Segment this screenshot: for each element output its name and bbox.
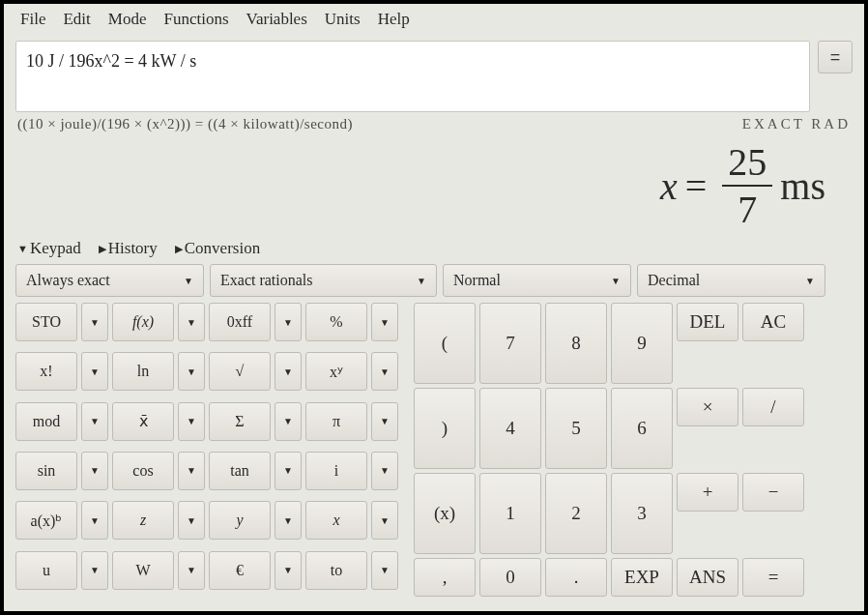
key-[interactable]: √ — [209, 352, 271, 391]
key-dropdown-4-2[interactable]: ▼ — [275, 501, 302, 540]
key-x[interactable]: x! — [15, 352, 77, 391]
menu-mode[interactable]: Mode — [100, 8, 156, 31]
key-sin[interactable]: sin — [15, 452, 77, 490]
key-x[interactable]: x̄ — [112, 402, 174, 441]
key-[interactable]: € — [209, 551, 271, 590]
keypad-area: STO▼f(x)▼0xff▼%▼x!▼ln▼√▼xʸ▼mod▼x̄▼Σ▼π▼si… — [4, 303, 864, 608]
key-dropdown-4-0[interactable]: ▼ — [81, 501, 108, 540]
key-dropdown-1-2[interactable]: ▼ — [275, 352, 302, 391]
key-dropdown-1-0[interactable]: ▼ — [81, 352, 108, 391]
menu-help[interactable]: Help — [369, 8, 419, 31]
triangle-right-icon: ▶ — [99, 243, 106, 255]
key-divide[interactable]: / — [742, 388, 804, 426]
key-dropdown-5-0[interactable]: ▼ — [81, 551, 108, 590]
key-dropdown-2-3[interactable]: ▼ — [371, 402, 398, 441]
menu-functions[interactable]: Functions — [155, 8, 237, 31]
right-keypad: ( 7 8 9 DEL AC ) 4 5 6 × / (x) 1 2 3 + −… — [414, 303, 804, 597]
key-dropdown-3-1[interactable]: ▼ — [178, 452, 205, 490]
key-ac[interactable]: AC — [742, 303, 804, 341]
key-6[interactable]: 6 — [611, 388, 673, 469]
key-sto[interactable]: STO — [15, 303, 77, 341]
result-display: x = 25 7 ms — [4, 132, 864, 239]
key-ans[interactable]: ANS — [677, 558, 738, 597]
key-7[interactable]: 7 — [479, 303, 541, 384]
key-3[interactable]: 3 — [611, 473, 673, 554]
display-combo[interactable]: Normal▼ — [443, 264, 631, 297]
key-[interactable]: π — [305, 402, 367, 441]
key-minus[interactable]: − — [742, 473, 804, 512]
key-multiply[interactable]: × — [677, 388, 738, 426]
left-keypad: STO▼f(x)▼0xff▼%▼x!▼ln▼√▼xʸ▼mod▼x̄▼Σ▼π▼si… — [15, 303, 398, 597]
mode-indicator: EXACT RAD — [742, 116, 851, 132]
key-ln[interactable]: ln — [112, 352, 174, 391]
key-9[interactable]: 9 — [611, 303, 673, 384]
key-dropdown-3-3[interactable]: ▼ — [371, 452, 398, 490]
menu-file[interactable]: File — [12, 8, 54, 31]
key-f-x[interactable]: f(x) — [112, 303, 174, 341]
key-x[interactable]: x — [305, 501, 367, 540]
key-[interactable]: Σ — [209, 402, 271, 441]
fractions-combo[interactable]: Exact rationals▼ — [210, 264, 437, 297]
expression-input[interactable] — [15, 41, 810, 112]
key-1[interactable]: 1 — [479, 473, 541, 554]
key-2[interactable]: 2 — [545, 473, 607, 554]
result-denominator: 7 — [732, 187, 763, 232]
key-0[interactable]: 0 — [479, 558, 541, 597]
key-dropdown-4-3[interactable]: ▼ — [371, 501, 398, 540]
key-dropdown-5-3[interactable]: ▼ — [371, 551, 398, 590]
key-cos[interactable]: cos — [112, 452, 174, 490]
key-i[interactable]: i — [305, 452, 367, 490]
key-tan[interactable]: tan — [209, 452, 271, 490]
menu-variables[interactable]: Variables — [238, 8, 316, 31]
key-mod[interactable]: mod — [15, 402, 77, 441]
input-row: = — [4, 33, 864, 112]
key-y[interactable]: y — [209, 501, 271, 540]
key-dropdown-0-1[interactable]: ▼ — [178, 303, 205, 341]
key-dropdown-3-2[interactable]: ▼ — [275, 452, 302, 490]
key-8[interactable]: 8 — [545, 303, 607, 384]
key-5[interactable]: 5 — [545, 388, 607, 469]
key-a-x[interactable]: a(x)ᵇ — [15, 501, 77, 540]
key-u[interactable]: u — [15, 551, 77, 590]
key-dropdown-1-3[interactable]: ▼ — [371, 352, 398, 391]
key-dropdown-0-2[interactable]: ▼ — [275, 303, 302, 341]
base-combo[interactable]: Decimal▼ — [637, 264, 825, 297]
key-equals[interactable]: = — [742, 558, 804, 597]
key-w[interactable]: W — [112, 551, 174, 590]
evaluate-button[interactable]: = — [818, 41, 853, 73]
key-4[interactable]: 4 — [479, 388, 541, 469]
key-x-paren[interactable]: (x) — [414, 473, 476, 554]
caret-down-icon: ▼ — [805, 276, 815, 286]
key-dropdown-2-1[interactable]: ▼ — [178, 402, 205, 441]
key-plus[interactable]: + — [677, 473, 738, 512]
key-dropdown-0-0[interactable]: ▼ — [81, 303, 108, 341]
tabs-row: ▼Keypad ▶History ▶Conversion — [4, 239, 864, 264]
key-to[interactable]: to — [305, 551, 367, 590]
key-0xff[interactable]: 0xff — [209, 303, 271, 341]
menu-units[interactable]: Units — [316, 8, 369, 31]
result-numerator: 25 — [722, 139, 772, 187]
key-dropdown-2-2[interactable]: ▼ — [275, 402, 302, 441]
key-dropdown-5-1[interactable]: ▼ — [178, 551, 205, 590]
key-[interactable]: % — [305, 303, 367, 341]
tab-conversion[interactable]: ▶Conversion — [175, 239, 260, 258]
key-dot[interactable]: . — [545, 558, 607, 597]
key-dropdown-0-3[interactable]: ▼ — [371, 303, 398, 341]
menu-edit[interactable]: Edit — [54, 8, 99, 31]
parsed-row: ((10 × joule)/(196 × (x^2))) = ((4 × kil… — [4, 112, 864, 132]
key-rparen[interactable]: ) — [414, 388, 476, 469]
key-dropdown-4-1[interactable]: ▼ — [178, 501, 205, 540]
key-lparen[interactable]: ( — [414, 303, 476, 384]
exactness-combo[interactable]: Always exact▼ — [15, 264, 204, 297]
tab-history[interactable]: ▶History — [99, 239, 158, 258]
key-x[interactable]: xʸ — [305, 352, 367, 391]
tab-keypad[interactable]: ▼Keypad — [17, 239, 81, 258]
key-dropdown-3-0[interactable]: ▼ — [81, 452, 108, 490]
key-dropdown-5-2[interactable]: ▼ — [275, 551, 302, 590]
key-comma[interactable]: , — [414, 558, 476, 597]
key-del[interactable]: DEL — [677, 303, 738, 341]
key-exp[interactable]: EXP — [611, 558, 673, 597]
key-dropdown-1-1[interactable]: ▼ — [178, 352, 205, 391]
key-z[interactable]: z — [112, 501, 174, 540]
key-dropdown-2-0[interactable]: ▼ — [81, 402, 108, 441]
